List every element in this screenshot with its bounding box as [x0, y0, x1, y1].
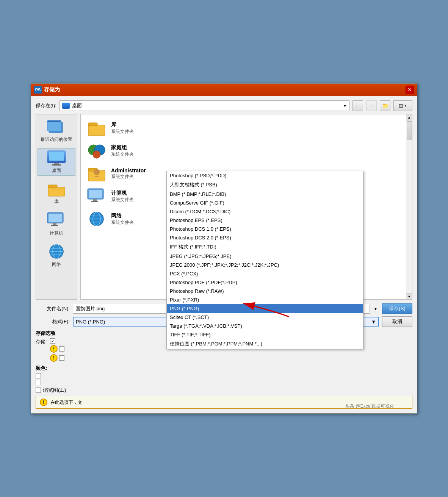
color-row-1	[36, 373, 412, 378]
file-name-computer: 计算机	[111, 190, 134, 197]
view-button[interactable]: ⊞▼	[393, 100, 412, 111]
format-option-pcx[interactable]: PCX (*.PCX)	[167, 269, 363, 278]
scroll-up-btn[interactable]: ▲	[406, 114, 412, 120]
filename-label: 文件名(N):	[36, 305, 70, 312]
scrollbar-track[interactable]: ▲ ▼	[406, 114, 412, 299]
format-option-eps[interactable]: Photoshop EPS (*.EPS)	[167, 216, 363, 225]
file-info-administrator: Administrator 系统文件夹	[111, 167, 146, 180]
titlebar-left: PS 存储为	[34, 86, 60, 94]
thumbnail-label: 缩览图(工)	[43, 387, 66, 394]
file-icon-library	[87, 120, 107, 136]
file-type-library: 系统文件夹	[111, 128, 134, 135]
format-option-psd[interactable]: Photoshop (*.PSD;*.PDD)	[167, 171, 363, 180]
sidebar-item-computer-label: 计算机	[50, 230, 63, 236]
scroll-down-btn[interactable]: ▼	[406, 293, 412, 299]
format-option-jpeg2000[interactable]: JPEG 2000 (*.JPF;*.JPX;*.JP2;*.J2C;*.J2K…	[167, 261, 363, 269]
new-folder-button[interactable]: 📁	[380, 100, 390, 111]
scrollbar-thumb[interactable]	[407, 121, 412, 140]
format-option-jpeg[interactable]: JPEG (*.JPG;*.JPEG;*.JPE)	[167, 252, 363, 261]
color-options	[36, 373, 412, 385]
file-item-homegroup[interactable]: 家庭组 系统文件夹	[84, 140, 409, 161]
close-button[interactable]: ✕	[406, 86, 414, 94]
sidebar-item-recent-label: 最近访问的位置	[41, 136, 72, 143]
format-option-iff[interactable]: IFF 格式 (*.IFF;*.TDI)	[167, 242, 363, 252]
save-button[interactable]: 保存(S)	[382, 303, 412, 314]
format-option-tiff[interactable]: TIFF (*.TIF;*.TIFF)	[167, 330, 363, 339]
save-as-dialog: PS 存储为 ✕ 保存在(I): 桌面 ▼ ← → 📁 ⊞▼	[31, 83, 417, 414]
checkbox-store-2[interactable]	[59, 346, 64, 352]
svg-point-27	[94, 169, 100, 175]
color-section: 颜色:	[36, 365, 412, 385]
checkbox-thumbnail[interactable]	[36, 388, 41, 393]
storage-checkboxes: ! !	[50, 338, 64, 362]
format-option-dcs1[interactable]: Photoshop DCS 1.0 (*.EPS)	[167, 225, 363, 233]
storage-store-label: 存储:	[36, 338, 47, 345]
option-row-1	[50, 338, 64, 344]
sidebar-item-recent[interactable]: 最近访问的位置	[38, 117, 75, 144]
sidebar-item-desktop[interactable]: 桌面	[38, 148, 75, 176]
format-option-bmp[interactable]: BMP (*.BMP;*.RLE;*.DIB)	[167, 190, 363, 198]
format-option-raw[interactable]: Photoshop Raw (*.RAW)	[167, 287, 363, 295]
file-item-library[interactable]: 库 系统文件夹	[84, 117, 409, 139]
library-icon	[47, 181, 66, 197]
option-row-warning: !	[50, 345, 64, 353]
format-dropdown-menu[interactable]: Photoshop (*.PSD;*.PDD) 大型文档格式 (*.PSB) B…	[166, 171, 363, 349]
checkbox-color-1[interactable]	[36, 373, 41, 378]
checkbox-store-3[interactable]	[59, 355, 64, 361]
format-option-pixar[interactable]: Pixar (*.PXR)	[167, 295, 363, 304]
file-info-library: 库 系统文件夹	[111, 122, 134, 135]
svg-rect-6	[54, 163, 59, 164]
sidebar-item-library-label: 库	[54, 198, 59, 205]
cancel-button[interactable]: 取消	[382, 316, 412, 327]
format-dropdown-arrow: ▼	[371, 319, 376, 325]
bottom-warning-text: 在此选项下，文	[50, 399, 82, 406]
file-icon-network	[87, 211, 107, 227]
file-icon-computer	[87, 188, 107, 205]
file-info-network: 网络 系统文件夹	[111, 213, 134, 226]
svg-rect-29	[89, 190, 102, 198]
bottom-warning: ! 在此选项下，文	[36, 396, 412, 409]
forward-button[interactable]: →	[366, 100, 377, 111]
warning-icon-2: !	[50, 354, 58, 362]
location-dropdown[interactable]: 桌面 ▼	[60, 100, 349, 111]
svg-rect-31	[91, 201, 98, 202]
format-option-gif[interactable]: CompuServe GIF (*.GIF)	[167, 198, 363, 207]
format-option-pbm[interactable]: 便携位图 (*.PBM;*.PGM;*.PPM;*.PNM;*...)	[167, 339, 363, 349]
format-option-png[interactable]: PNG (*.PNG)	[167, 304, 363, 313]
filename-dropdown-arrow[interactable]: ▼	[372, 304, 379, 314]
checkbox-store-1[interactable]	[50, 338, 55, 344]
sidebar-item-library[interactable]: 库	[38, 180, 75, 206]
file-type-homegroup: 系统文件夹	[111, 151, 134, 158]
file-name-administrator: Administrator	[111, 167, 146, 173]
svg-rect-5	[49, 152, 64, 161]
sidebar-item-network[interactable]: 网络	[38, 242, 75, 269]
sidebar-item-computer[interactable]: 计算机	[38, 210, 75, 238]
titlebar: PS 存储为 ✕	[31, 84, 417, 96]
location-label: 保存在(I):	[36, 102, 56, 109]
svg-rect-13	[53, 223, 56, 225]
svg-rect-1	[47, 120, 61, 131]
format-option-dicom[interactable]: Dicom (*.DCM;*.DC3;*.DIC)	[167, 207, 363, 216]
bottom-warning-icon: !	[40, 399, 47, 406]
format-option-pdf[interactable]: Photoshop PDF (*.PDF;*.PDP)	[167, 278, 363, 287]
back-button[interactable]: ←	[352, 100, 363, 111]
color-title: 颜色:	[36, 365, 412, 372]
format-option-dcs2[interactable]: Photoshop DCS 2.0 (*.EPS)	[167, 233, 363, 242]
file-info-homegroup: 家庭组 系统文件夹	[111, 144, 134, 158]
svg-rect-2	[47, 120, 61, 122]
svg-rect-20	[88, 125, 105, 136]
svg-rect-7	[52, 164, 61, 166]
svg-rect-30	[93, 199, 97, 201]
checkbox-color-2[interactable]	[36, 380, 41, 385]
svg-rect-12	[49, 214, 62, 222]
recent-icon	[47, 119, 66, 135]
format-label: 格式(F):	[36, 318, 70, 325]
format-option-psb[interactable]: 大型文档格式 (*.PSB)	[167, 180, 363, 190]
format-option-tga[interactable]: Targa (*.TGA;*.VDA;*.ICB;*.VST)	[167, 322, 363, 330]
warning-icon-1: !	[50, 345, 58, 353]
format-option-sct[interactable]: Scitex CT (*.SCT)	[167, 313, 363, 322]
file-icon-administrator	[87, 165, 107, 182]
svg-rect-21	[88, 123, 97, 126]
format-dropdown-value: PNG (*.PNG)	[76, 319, 105, 325]
svg-rect-14	[51, 225, 58, 226]
